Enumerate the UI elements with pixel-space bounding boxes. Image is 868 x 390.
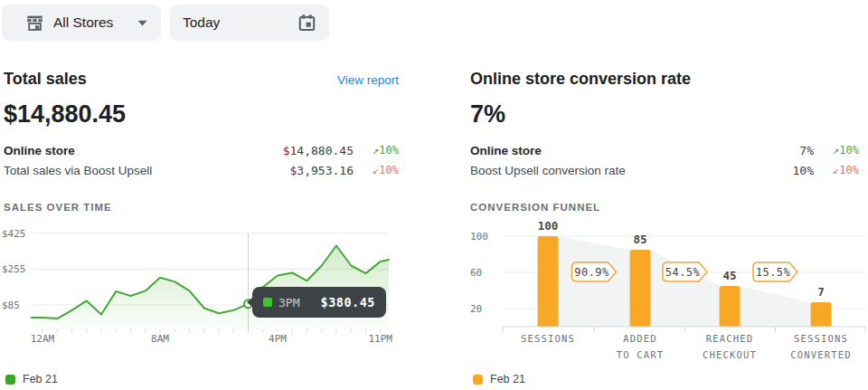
metric-label: Total sales via Boost Upsell xyxy=(4,164,290,177)
svg-text:11PM: 11PM xyxy=(369,333,393,345)
tooltip-time: 3PM xyxy=(278,296,299,309)
metric-value: $3,953.16 xyxy=(290,164,354,177)
conversion-rate-title: Online store conversion rate xyxy=(470,69,691,89)
svg-text:60: 60 xyxy=(470,267,482,279)
metric-value: 7% xyxy=(799,144,814,157)
svg-text:100: 100 xyxy=(470,231,488,243)
delta-badge: ↗10% xyxy=(814,144,859,157)
svg-text:SESSIONS: SESSIONS xyxy=(794,333,848,344)
store-selector[interactable]: All Stores xyxy=(2,5,161,41)
svg-text:7: 7 xyxy=(817,285,825,299)
delta-badge: ↙10% xyxy=(354,164,399,176)
conversion-rate-big-value: 7% xyxy=(470,100,859,128)
svg-text:$255: $255 xyxy=(2,263,26,275)
view-report-link[interactable]: View report xyxy=(337,73,399,87)
metric-label: Online store xyxy=(470,144,799,157)
topbar: All Stores Today xyxy=(2,5,329,41)
svg-text:54.5%: 54.5% xyxy=(665,266,701,279)
svg-text:90.9%: 90.9% xyxy=(574,266,609,279)
svg-text:100: 100 xyxy=(538,220,559,233)
svg-text:$85: $85 xyxy=(2,300,20,311)
svg-text:20: 20 xyxy=(470,303,482,315)
svg-text:SESSIONS: SESSIONS xyxy=(521,333,575,344)
metric-value: $14,880.45 xyxy=(283,144,354,157)
analytics-dashboard: All Stores Today Total sales View report… xyxy=(0,0,868,390)
conversion-rate-panel: Online store conversion rate 7% Online s… xyxy=(470,69,859,213)
metric-row-boost-upsell: Total sales via Boost Upsell $3,953.16 ↙… xyxy=(4,160,399,180)
date-selector-label: Today xyxy=(183,14,220,31)
sales-chart-legend: Feb 21 xyxy=(5,373,58,385)
svg-text:TO CART: TO CART xyxy=(617,349,665,360)
metric-label: Boost Upsell conversion rate xyxy=(470,164,793,177)
svg-text:CHECKOUT: CHECKOUT xyxy=(703,349,757,360)
conversion-funnel-chart[interactable]: 10060201008545790.9%54.5%15.5%SESSIONSAD… xyxy=(470,220,868,369)
conversion-funnel-label: CONVERSION FUNNEL xyxy=(470,202,859,213)
svg-text:ADDED: ADDED xyxy=(623,333,657,344)
svg-text:4PM: 4PM xyxy=(269,333,287,345)
sales-over-time-chart[interactable]: $425$255$8512AM8AM4PM11PM xyxy=(2,220,401,347)
metric-row-online-store: Online store $14,880.45 ↗10% xyxy=(4,140,399,160)
svg-text:85: 85 xyxy=(633,233,646,246)
svg-text:45: 45 xyxy=(722,269,736,282)
total-sales-panel: Total sales View report $14,880.45 Onlin… xyxy=(4,69,399,213)
svg-text:CONVERTED: CONVERTED xyxy=(790,349,852,360)
delta-badge: ↙10% xyxy=(814,164,859,176)
svg-text:8AM: 8AM xyxy=(151,333,169,345)
legend-label: Feb 21 xyxy=(23,373,58,385)
calendar-icon xyxy=(297,14,316,33)
svg-text:12AM: 12AM xyxy=(31,333,55,345)
legend-label: Feb 21 xyxy=(490,373,525,385)
metric-value: 10% xyxy=(793,164,814,177)
chart-tooltip: 3PM $380.45 xyxy=(252,287,386,318)
total-sales-big-value: $14,880.45 xyxy=(4,100,399,128)
svg-text:15.5%: 15.5% xyxy=(756,266,791,279)
delta-badge: ↗10% xyxy=(354,144,399,157)
metric-row-online-store-rate: Online store 7% ↗10% xyxy=(470,140,859,160)
metric-row-boost-upsell-rate: Boost Upsell conversion rate 10% ↙10% xyxy=(470,160,859,180)
chevron-down-icon xyxy=(137,20,147,26)
svg-text:REACHED: REACHED xyxy=(706,333,754,344)
tooltip-series-swatch xyxy=(263,298,272,307)
tooltip-value: $380.45 xyxy=(321,295,375,309)
funnel-chart-legend: Feb 21 xyxy=(473,373,525,385)
total-sales-title: Total sales xyxy=(4,69,87,89)
sales-over-time-label: SALES OVER TIME xyxy=(4,202,399,213)
svg-text:$425: $425 xyxy=(2,228,26,240)
storefront-icon xyxy=(25,14,44,33)
metric-label: Online store xyxy=(4,144,283,157)
legend-swatch-orange xyxy=(473,375,483,385)
store-selector-label: All Stores xyxy=(53,14,113,31)
legend-swatch-green xyxy=(5,375,15,385)
date-selector[interactable]: Today xyxy=(170,5,329,41)
